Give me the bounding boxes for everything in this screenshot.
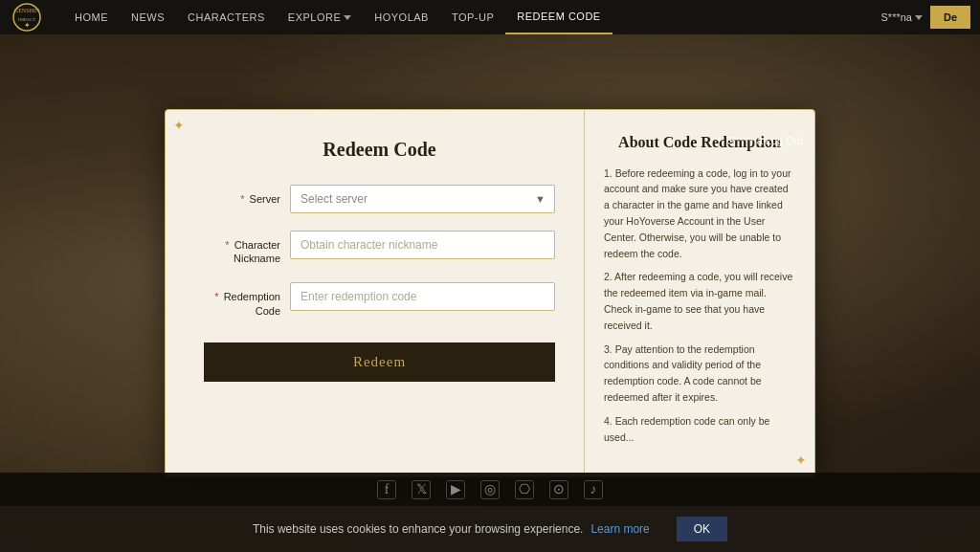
server-label: * Server [204, 185, 280, 206]
server-row: * Server Select server America Europe As… [204, 185, 555, 213]
about-point-1: 1. Before redeeming a code, log in to yo… [604, 166, 795, 262]
about-panel: About Code Redemption 1. Before redeemin… [585, 110, 814, 477]
logo-icon: GENSHIN IMPACT ✦ [10, 0, 44, 34]
character-nickname-input[interactable] [290, 231, 555, 259]
about-point-2: 2. After redeeming a code, you will rece… [604, 269, 795, 333]
nav-characters[interactable]: CHARACTERS [176, 0, 277, 34]
svg-text:GENSHIN: GENSHIN [14, 8, 40, 13]
download-button[interactable]: De [930, 6, 970, 29]
instagram-icon[interactable]: ◎ [480, 480, 500, 499]
nav-topup[interactable]: TOP-UP [440, 0, 505, 34]
discord-icon[interactable]: ⎔ [515, 480, 534, 499]
redemption-code-label: * Redemption Code [204, 282, 280, 318]
footer: f 𝕏 ▶ ◎ ⎔ ⊙ ♪ [0, 473, 980, 506]
redeem-modal: Redeem Code * Server Select server Ameri… [165, 109, 815, 478]
twitter-icon[interactable]: 𝕏 [412, 480, 431, 499]
facebook-icon[interactable]: f [377, 480, 396, 499]
nav-explore[interactable]: EXPLORE [277, 0, 363, 34]
modal-title: Redeem Code [204, 139, 555, 161]
logout-star: ✦ [715, 134, 724, 146]
about-point-4: 4. Each redemption code can only be used… [604, 413, 795, 446]
character-row: * Character Nickname [204, 231, 555, 266]
redeem-button[interactable]: Redeem [204, 342, 555, 382]
learn-more-link[interactable]: Learn more [590, 522, 649, 536]
server-required: * [240, 193, 244, 205]
code-required: * [214, 291, 218, 302]
character-required: * [225, 239, 229, 251]
svg-text:✦: ✦ [24, 21, 31, 30]
explore-dropdown-icon [344, 15, 351, 20]
tiktok-icon[interactable]: ♪ [584, 480, 603, 499]
cookie-ok-button[interactable]: OK [677, 517, 727, 541]
user-dropdown-icon [915, 15, 923, 20]
nav-items: HOME NEWS CHARACTERS EXPLORE HoYoLAB TOP… [63, 0, 881, 34]
logo[interactable]: GENSHIN IMPACT ✦ [10, 0, 49, 34]
user-menu[interactable]: S***na [881, 11, 923, 23]
cookie-banner: This website uses cookies to enhance you… [0, 506, 980, 552]
nav-hoyolab[interactable]: HoYoLAB [363, 0, 440, 34]
about-point-3: 3. Pay attention to the redemption condi… [604, 342, 795, 406]
navbar: GENSHIN IMPACT ✦ HOME NEWS CHARACTERS EX… [0, 0, 980, 34]
nav-home[interactable]: HOME [63, 0, 120, 34]
redemption-code-row: * Redemption Code [204, 282, 555, 318]
logout-label: S****na Log Out [727, 135, 803, 146]
redemption-code-input[interactable] [290, 282, 555, 311]
about-text: 1. Before redeeming a code, log in to yo… [604, 166, 795, 446]
server-select-wrapper: Select server America Europe Asia TW/HK/… [290, 185, 555, 213]
cookie-message: This website uses cookies to enhance you… [253, 522, 584, 536]
character-label: * Character Nickname [204, 231, 280, 266]
reddit-icon[interactable]: ⊙ [549, 480, 568, 499]
nav-right: S***na De [881, 6, 970, 29]
server-select[interactable]: Select server America Europe Asia TW/HK/… [290, 185, 555, 213]
redeem-form-panel: Redeem Code * Server Select server Ameri… [166, 110, 585, 477]
youtube-icon[interactable]: ▶ [446, 480, 465, 499]
nav-news[interactable]: NEWS [120, 0, 176, 34]
logout-link[interactable]: ✦ S****na Log Out [715, 134, 803, 146]
nav-redeem-code[interactable]: REDEEM CODE [505, 0, 612, 34]
